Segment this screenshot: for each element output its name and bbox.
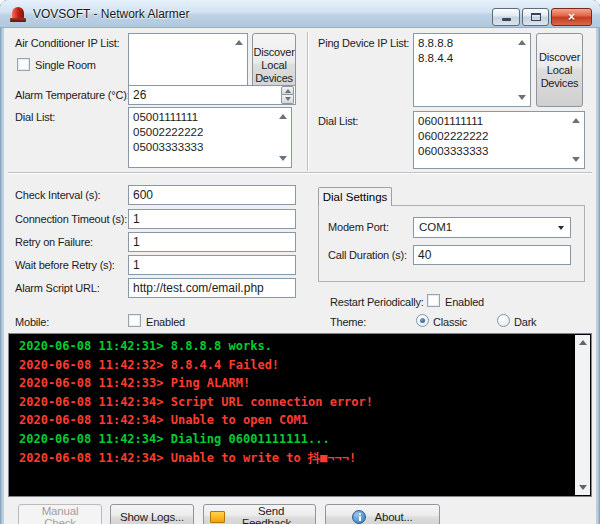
titlebar[interactable]: VOVSOFT - Network Alarmer × — [0, 0, 600, 28]
window-border-right — [596, 28, 600, 524]
check-interval-label: Check Interval (s): — [15, 189, 100, 201]
discover-local-devices-right-button[interactable]: Discover Local Devices — [536, 33, 583, 107]
maximize-button[interactable] — [522, 8, 549, 26]
arrow-up-icon — [285, 89, 291, 93]
wait-before-retry-input[interactable] — [128, 255, 296, 275]
log-console[interactable]: 2020-06-08 11:42:31> 8.8.8.8 works. 2020… — [8, 333, 592, 497]
send-feedback-button[interactable]: Send Feedback... — [203, 504, 316, 524]
stepper-down-button[interactable] — [281, 95, 294, 104]
window-title: VOVSOFT - Network Alarmer — [33, 7, 189, 21]
retry-on-failure-input[interactable] — [128, 232, 296, 252]
show-logs-label: Show Logs... — [120, 511, 184, 523]
mobile-checkbox[interactable] — [128, 314, 141, 327]
arrow-down-icon — [285, 97, 291, 101]
single-room-label: Single Room — [35, 59, 96, 71]
dial-list-right-label: Dial List: — [318, 115, 358, 127]
wait-before-retry-label: Wait before Retry (s): — [15, 259, 115, 271]
maximize-icon — [531, 13, 541, 21]
caption-buttons: × — [492, 8, 592, 26]
log-lines: 2020-06-08 11:42:31> 8.8.8.8 works. 2020… — [19, 339, 571, 469]
info-icon — [352, 510, 366, 524]
check-interval-input[interactable] — [128, 185, 296, 205]
log-line: 2020-06-08 11:42:34> Dialing 06001111111… — [19, 432, 571, 451]
close-icon: × — [552, 10, 591, 24]
console-scrollbar[interactable] — [575, 335, 590, 495]
mobile-label: Mobile: — [15, 316, 49, 328]
ping-ip-list-label: Ping Device IP List: — [318, 37, 409, 49]
theme-classic-radio[interactable] — [416, 314, 429, 327]
scroll-up-icon[interactable] — [572, 118, 580, 123]
minimize-icon — [502, 18, 511, 21]
minimize-button[interactable] — [492, 8, 520, 26]
log-line: 2020-06-08 11:42:33> Ping ALARM! — [19, 376, 571, 395]
close-button[interactable]: × — [551, 8, 592, 26]
ping-ip-listbox-text: 8.8.8.8 8.8.4.4 — [418, 36, 514, 66]
tab-dial-settings-label: Dial Settings — [323, 191, 388, 203]
alarm-script-url-label: Alarm Script URL: — [15, 282, 100, 294]
scroll-up-icon[interactable] — [579, 340, 587, 345]
panel-divider-vertical — [307, 32, 309, 171]
retry-on-failure-label: Retry on Failure: — [15, 236, 93, 248]
log-line: 2020-06-08 11:42:34> Script URL connecti… — [19, 395, 571, 414]
about-button[interactable]: About... — [325, 504, 440, 524]
theme-classic-label: Classic — [433, 316, 467, 328]
alarm-siren-icon — [10, 6, 26, 23]
restart-enabled-label: Enabled — [445, 296, 484, 308]
mail-icon — [210, 511, 225, 523]
alarm-script-url-input[interactable] — [128, 278, 296, 298]
restart-periodically-label: Restart Periodically: — [330, 296, 424, 308]
dial-list-left-text: 05001111111 05002222222 05003333333 — [133, 110, 275, 155]
ping-ip-listbox[interactable]: 8.8.8.8 8.8.4.4 — [413, 33, 531, 107]
scroll-up-icon[interactable] — [235, 40, 243, 45]
tab-dial-settings[interactable]: Dial Settings — [318, 187, 392, 206]
dial-list-right-box[interactable]: 06001111111 06002222222 06003333333 — [413, 111, 585, 169]
alarm-temperature-input[interactable] — [128, 85, 296, 105]
log-line: 2020-06-08 11:42:34> Unable to write to … — [19, 450, 571, 469]
dial-list-left-box[interactable]: 05001111111 05002222222 05003333333 — [128, 107, 292, 168]
app-window: VOVSOFT - Network Alarmer × Air Conditio… — [0, 0, 600, 524]
connection-timeout-label: Connection Timeout (s): — [15, 213, 127, 225]
stepper-up-button[interactable] — [281, 86, 294, 95]
theme-dark-radio[interactable] — [497, 314, 510, 327]
manual-check-button[interactable]: Manual Check — [18, 504, 102, 524]
scroll-down-icon[interactable] — [579, 485, 587, 490]
send-feedback-label: Send Feedback... — [233, 505, 309, 524]
show-logs-button[interactable]: Show Logs... — [110, 504, 194, 524]
scroll-up-icon[interactable] — [518, 40, 526, 45]
dial-list-right-text: 06001111111 06002222222 06003333333 — [418, 114, 568, 159]
alarm-temperature-label: Alarm Temperature (°C): — [15, 89, 130, 101]
theme-label: Theme: — [330, 316, 366, 328]
about-label: About... — [374, 511, 412, 523]
dial-list-left-label: Dial List: — [15, 111, 55, 123]
connection-timeout-input[interactable] — [128, 209, 296, 229]
scroll-down-icon[interactable] — [572, 157, 580, 162]
log-line: 2020-06-08 11:42:31> 8.8.8.8 works. — [19, 339, 571, 358]
log-line: 2020-06-08 11:42:34> Unable to open COM1 — [19, 413, 571, 432]
panel-divider-horizontal — [8, 172, 592, 174]
theme-dark-label: Dark — [514, 316, 536, 328]
scroll-down-icon[interactable] — [518, 95, 526, 100]
dial-settings-pane — [318, 205, 585, 282]
restart-periodically-checkbox[interactable] — [427, 294, 440, 307]
log-line: 2020-06-08 11:42:32> 8.8.4.4 Failed! — [19, 358, 571, 377]
single-room-checkbox[interactable] — [17, 58, 30, 71]
scroll-down-icon[interactable] — [279, 156, 287, 161]
ac-ip-list-label: Air Conditioner IP List: — [15, 37, 119, 49]
manual-check-label: Manual Check — [25, 505, 95, 524]
alarm-temperature-stepper — [281, 86, 294, 104]
mobile-enabled-label: Enabled — [146, 316, 185, 328]
scroll-up-icon[interactable] — [279, 114, 287, 119]
